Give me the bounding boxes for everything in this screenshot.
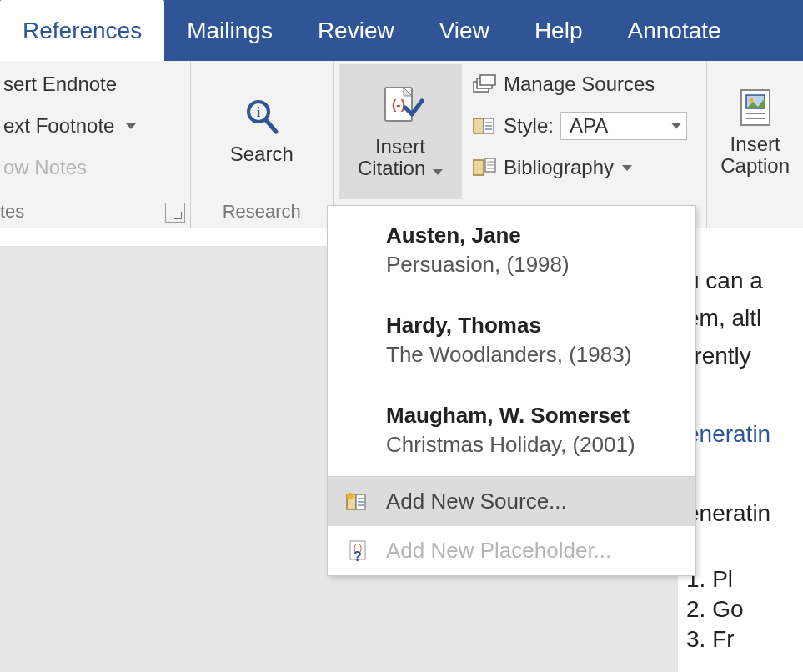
show-notes-label: ow Notes [3,156,87,179]
show-notes-button: ow Notes [0,153,185,183]
insert-citation-dropdown: Austen, Jane Persuasion, (1998) Hardy, T… [327,205,696,576]
insert-caption-label-1: Insert [730,133,780,155]
citation-source-item[interactable]: Austen, Jane Persuasion, (1998) [328,206,695,296]
doc-text: u can a [686,263,803,300]
citation-author: Austen, Jane [386,223,670,248]
insert-caption-button[interactable]: Insert Caption [712,64,798,199]
bibliography-label: Bibliography [504,156,614,179]
add-source-icon [344,489,369,514]
doc-list-item: 3. Fr [686,626,803,653]
document-page[interactable]: u can a em, altl rrently eneratin enerat… [678,246,803,672]
citation-source-item[interactable]: Maugham, W. Somerset Christmas Holiday, … [328,386,695,476]
doc-text: eneratin [686,495,803,533]
insert-citation-icon: (-) [377,84,424,131]
chevron-down-icon [622,165,632,171]
tab-view[interactable]: View [417,0,512,61]
citation-author: Hardy, Thomas [386,313,670,339]
citation-author: Maugham, W. Somerset [386,403,670,429]
chevron-down-icon [433,169,443,175]
search-label: Search [230,143,294,165]
insert-endnote-label: sert Endnote [3,73,117,96]
manage-sources-icon [472,73,497,95]
svg-rect-13 [474,160,484,175]
doc-text: rrently [686,338,803,375]
citation-style-select[interactable]: APA [560,112,687,140]
svg-rect-8 [474,118,484,133]
citation-style-row: Style: APA [469,111,690,141]
doc-list-item: 1. Pl [686,566,803,593]
svg-text:i: i [257,105,261,119]
doc-hyperlink[interactable]: eneratin [686,416,803,454]
citation-title: Persuasion, (1998) [386,252,670,278]
svg-rect-7 [480,75,495,85]
style-icon [472,115,497,137]
insert-endnote-button[interactable]: sert Endnote [0,69,185,99]
tab-help[interactable]: Help [512,0,605,61]
insert-caption-icon [735,87,776,128]
add-placeholder-icon: (-)? [344,539,369,564]
tab-review[interactable]: Review [295,0,417,61]
svg-line-1 [266,120,276,132]
manage-sources-label: Manage Sources [504,73,655,96]
research-group-label: Research [196,198,328,228]
style-value: APA [570,114,608,138]
tab-mailings[interactable]: Mailings [164,0,295,61]
footnotes-dialog-launcher[interactable] [165,203,185,223]
insert-caption-label-2: Caption [720,154,790,177]
next-footnote-button[interactable]: ext Footnote [0,111,185,141]
add-new-source-label: Add New Source... [386,489,567,514]
add-new-source-button[interactable]: Add New Source... [328,477,695,526]
svg-point-28 [347,493,354,499]
insert-citation-button[interactable]: (-) Insert Citation [339,64,462,199]
svg-text:?: ? [354,549,362,563]
manage-sources-button[interactable]: Manage Sources [469,69,690,99]
citation-title: The Woodlanders, (1983) [386,342,670,368]
citation-source-item[interactable]: Hardy, Thomas The Woodlanders, (1983) [328,296,695,386]
tab-annotate[interactable]: Annotate [605,0,743,61]
search-button[interactable]: i Search [222,64,302,198]
tab-references[interactable]: References [0,0,164,61]
chevron-down-icon [671,123,681,129]
doc-list-item: 2. Go [686,596,803,623]
captions-group-label [712,199,798,228]
chevron-down-icon [126,123,136,129]
svg-text:(-): (-) [392,98,405,112]
insert-citation-label-1: Insert [375,135,425,158]
bibliography-button[interactable]: Bibliography [469,153,690,183]
search-icon: i [241,97,283,138]
bibliography-icon [472,157,497,178]
doc-text: em, altl [686,300,803,338]
add-new-placeholder-button: (-)? Add New Placeholder... [328,526,695,575]
footnotes-group-label: tes [0,198,24,228]
ribbon-body: sert Endnote ext Footnote ow Notes tes i [0,61,803,228]
ribbon-tab-bar: References Mailings Review View Help Ann… [0,0,803,61]
add-new-placeholder-label: Add New Placeholder... [386,538,611,564]
style-label: Style: [504,114,554,138]
next-footnote-label: ext Footnote [3,114,114,138]
svg-point-20 [749,98,753,102]
citation-title: Christmas Holiday, (2001) [386,432,670,458]
insert-citation-label-2: Citation [358,157,425,179]
